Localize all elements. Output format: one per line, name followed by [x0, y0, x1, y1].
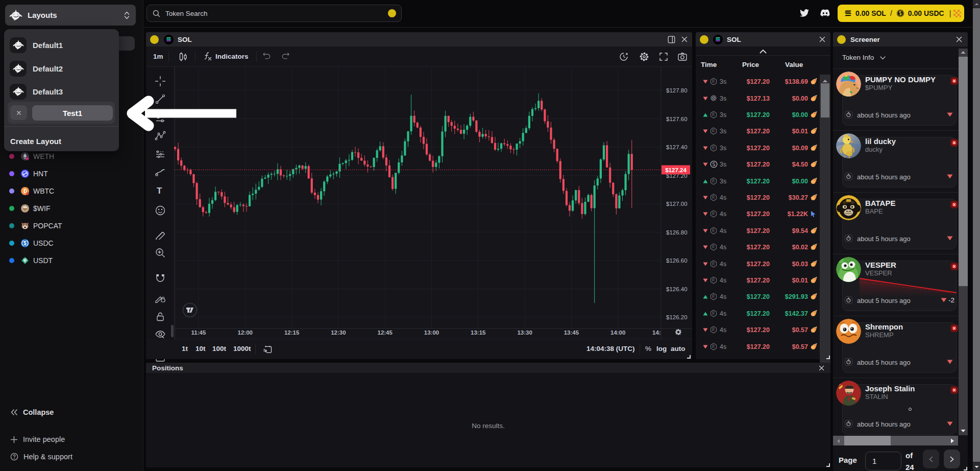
svg-text:12:30: 12:30	[331, 329, 346, 336]
svg-text:$126.80: $126.80	[666, 229, 688, 236]
svg-text:14:00: 14:00	[610, 329, 625, 336]
svg-text:$126.60: $126.60	[666, 257, 688, 264]
svg-text:13:00: 13:00	[424, 329, 439, 336]
svg-text:13:30: 13:30	[517, 329, 532, 336]
svg-text:$127.24: $127.24	[665, 167, 687, 173]
svg-text:$127.00: $127.00	[666, 201, 688, 207]
svg-text:$126.20: $126.20	[666, 314, 688, 320]
svg-text:14:: 14:	[652, 329, 661, 336]
svg-text:13:45: 13:45	[564, 329, 579, 336]
svg-text:12:45: 12:45	[377, 329, 393, 336]
svg-text:$127.80: $127.80	[666, 87, 688, 93]
svg-text:$127.40: $127.40	[666, 144, 688, 150]
svg-text:11:45: 11:45	[191, 329, 206, 336]
svg-text:$126.40: $126.40	[666, 286, 688, 292]
svg-text:12:15: 12:15	[284, 329, 300, 336]
svg-text:$127.60: $127.60	[666, 116, 688, 122]
svg-text:12:00: 12:00	[238, 329, 253, 336]
svg-text:13:15: 13:15	[471, 329, 486, 336]
